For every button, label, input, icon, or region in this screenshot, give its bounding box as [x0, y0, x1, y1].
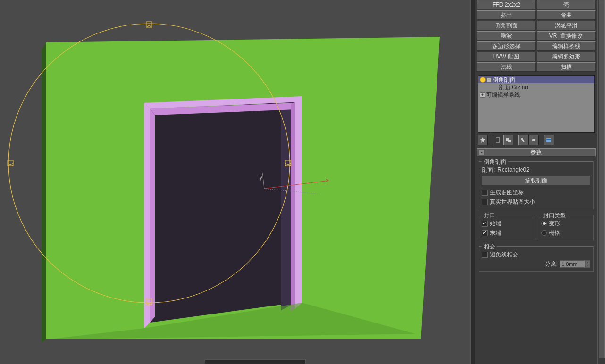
mod-normal[interactable]: 法线 — [477, 62, 536, 72]
viewport-3d[interactable]: x y — [0, 0, 470, 364]
pin-stack-button[interactable] — [478, 135, 488, 145]
mod-ffd[interactable]: FFD 2x2x2 — [477, 0, 536, 9]
collapse-icon[interactable]: - — [479, 149, 485, 155]
svg-rect-10 — [508, 140, 511, 142]
mod-polyselect[interactable]: 多边形选择 — [477, 41, 536, 51]
configure-sets-button[interactable] — [529, 135, 539, 145]
svg-rect-14 — [546, 141, 551, 142]
frame-left-outer — [144, 103, 150, 328]
mod-vrdisplace[interactable]: VR_置换修改 — [537, 31, 596, 41]
svg-point-11 — [532, 139, 535, 141]
make-unique-button[interactable] — [503, 135, 513, 145]
captype-morph-radio[interactable] — [541, 221, 547, 226]
modifier-buttons-grid: FFD 2x2x2 壳 挤出 弯曲 倒角剖面 涡轮平滑 噪波 VR_置换修改 多… — [475, 0, 597, 74]
pick-profile-button[interactable]: 拾取剖面 — [482, 176, 590, 185]
mod-shell[interactable]: 壳 — [537, 0, 596, 9]
scrollbar-thumb[interactable] — [599, 0, 605, 358]
axis-x-label: x — [326, 177, 328, 183]
cap-start-checkbox[interactable] — [482, 221, 488, 227]
profile-label: 剖面: — [482, 166, 495, 174]
separation-input[interactable] — [560, 260, 585, 268]
avoid-intersect-checkbox[interactable] — [482, 252, 488, 258]
avoid-intersect-label: 避免线相交 — [490, 251, 518, 259]
mod-editspline[interactable]: 编辑样条线 — [537, 41, 596, 51]
cap-end-checkbox[interactable] — [482, 230, 488, 236]
svg-rect-12 — [546, 138, 551, 139]
frame-right-outer — [295, 96, 302, 308]
mod-extrude[interactable]: 挤出 — [477, 10, 536, 20]
group-captype: 封口类型 变形 栅格 — [538, 215, 594, 240]
group-title: 相交 — [482, 243, 497, 251]
lightbulb-icon[interactable] — [480, 77, 486, 83]
stack-item-gizmo[interactable]: 剖面 Gizmo — [478, 83, 594, 91]
mod-noise[interactable]: 噪波 — [477, 31, 536, 41]
group-title: 封口类型 — [541, 212, 568, 220]
mod-sweep[interactable]: 扫描 — [537, 62, 596, 72]
rollout-header-params[interactable]: - 参数 — [477, 148, 596, 157]
separation-spinner[interactable]: ▲▼ — [560, 260, 590, 268]
cap-end-label: 末端 — [490, 229, 501, 237]
handle-top[interactable] — [146, 22, 152, 27]
real-world-checkbox[interactable] — [482, 199, 488, 205]
expand-icon[interactable]: + — [480, 92, 485, 98]
separation-label: 分离: — [545, 260, 558, 268]
profile-value: Rectangle02 — [497, 166, 529, 173]
group-capping: 封口 始端 末端 — [479, 215, 534, 240]
viewport-scrollbar[interactable] — [470, 0, 475, 364]
expand-icon[interactable]: − — [487, 77, 492, 83]
stack-item-editspline[interactable]: + 可编辑样条线 — [478, 91, 594, 99]
remove-modifier-button[interactable] — [518, 135, 529, 145]
mod-bevelprofile[interactable]: 倒角剖面 — [477, 21, 536, 30]
group-intersect: 相交 避免线相交 分离: ▲▼ — [479, 246, 594, 272]
stack-item-bevelprofile[interactable]: − 倒角剖面 — [478, 76, 594, 83]
params-body: 倒角剖面 剖面: Rectangle02 拾取剖面 生成贴图坐标 真实世界贴图大… — [477, 157, 596, 277]
modifier-sets-button[interactable] — [544, 135, 554, 145]
mod-editpoly[interactable]: 编辑多边形 — [537, 52, 596, 61]
captype-morph-label: 变形 — [549, 220, 560, 228]
modifier-stack[interactable]: − 倒角剖面 剖面 Gizmo + 可编辑样条线 — [478, 75, 595, 133]
opening-interior — [150, 102, 295, 323]
captype-grid-radio[interactable] — [541, 230, 547, 236]
cap-start-label: 始端 — [490, 220, 501, 228]
svg-rect-8 — [496, 138, 500, 142]
stack-item-label: 可编辑样条线 — [486, 91, 520, 99]
panel-scrollbar[interactable] — [597, 0, 605, 364]
viewport-timeline-slider[interactable] — [205, 359, 306, 364]
stack-toolbar — [478, 135, 595, 145]
svg-rect-13 — [546, 140, 551, 141]
gen-map-coords-checkbox[interactable] — [482, 190, 488, 196]
rollout-title: 参数 — [530, 149, 542, 156]
show-end-result-button[interactable] — [493, 135, 503, 145]
mod-uvwmap[interactable]: UVW 贴图 — [477, 52, 536, 61]
real-world-label: 真实世界贴图大小 — [490, 198, 535, 206]
gen-map-coords-label: 生成贴图坐标 — [490, 189, 524, 197]
group-title: 倒角剖面 — [482, 158, 508, 166]
axis-y-label: y — [260, 174, 262, 181]
frame-left-inner — [150, 108, 155, 323]
stack-child-label: 剖面 Gizmo — [499, 83, 528, 91]
wall-side — [42, 42, 46, 342]
stack-item-label: 倒角剖面 — [493, 76, 515, 83]
command-panel: FFD 2x2x2 壳 挤出 弯曲 倒角剖面 涡轮平滑 噪波 VR_置换修改 多… — [475, 0, 597, 364]
group-title: 封口 — [482, 212, 497, 220]
mod-bend[interactable]: 弯曲 — [537, 10, 596, 20]
captype-grid-label: 栅格 — [549, 229, 560, 237]
group-bevelprofile: 倒角剖面 剖面: Rectangle02 拾取剖面 生成贴图坐标 真实世界贴图大… — [479, 161, 594, 209]
spinner-arrows[interactable]: ▲▼ — [585, 260, 590, 268]
mod-turbosmooth[interactable]: 涡轮平滑 — [537, 21, 596, 30]
frame-right-inner — [291, 102, 295, 311]
